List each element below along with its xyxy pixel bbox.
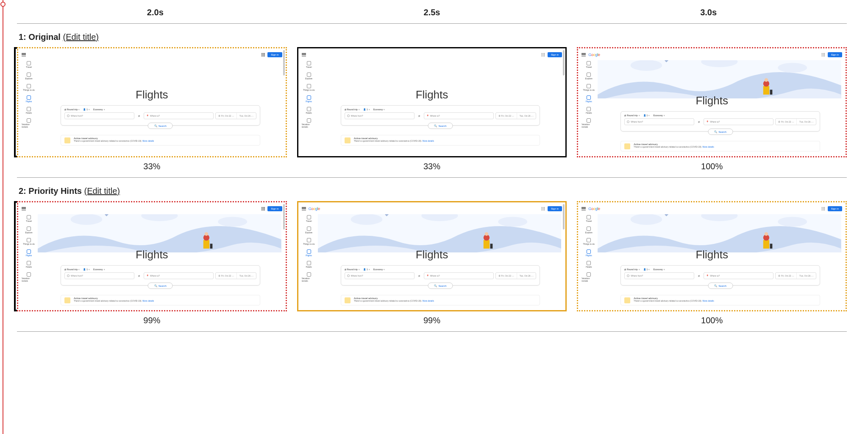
advisory-more-link[interactable]: More details <box>423 300 434 302</box>
sidebar-item[interactable]: Things to do <box>302 238 316 245</box>
passenger-select[interactable]: 👤 1 ▾ <box>363 108 370 111</box>
sidebar-item[interactable]: Travel <box>581 61 596 68</box>
advisory-more-link[interactable]: More details <box>423 140 434 142</box>
trip-type-select[interactable]: ⇄ Round trip ▾ <box>624 114 640 117</box>
date-depart[interactable]: 🗓 Fri, Oct 22 ‹ › <box>496 113 517 119</box>
filmstrip-frame[interactable]: Google Sign in TravelExploreThings to do… <box>577 47 847 157</box>
swap-icon[interactable]: ⇄ <box>136 272 142 279</box>
sidebar-item[interactable]: Explore <box>22 227 36 234</box>
date-depart[interactable]: 🗓 Fri, Oct 22 ‹ › <box>776 119 796 125</box>
sidebar-item[interactable]: Vacation rentals <box>581 272 596 282</box>
swap-icon[interactable]: ⇄ <box>696 118 702 125</box>
apps-icon[interactable] <box>822 53 825 56</box>
signin-button[interactable]: Sign in <box>267 206 282 211</box>
swap-icon[interactable]: ⇄ <box>696 272 702 279</box>
apps-icon[interactable] <box>542 53 545 56</box>
advisory-more-link[interactable]: More details <box>142 140 154 142</box>
filmstrip-frame[interactable]: Google Sign in TravelExploreThings to do… <box>577 201 847 311</box>
from-input[interactable]: Where from? <box>345 272 415 279</box>
swap-icon[interactable]: ⇄ <box>416 112 422 119</box>
cabin-select[interactable]: Economy ▾ <box>653 114 665 117</box>
sidebar-item[interactable]: Vacation rentals <box>22 272 36 282</box>
apps-icon[interactable] <box>262 207 265 210</box>
menu-icon[interactable] <box>22 53 26 56</box>
apps-icon[interactable] <box>262 53 265 56</box>
from-input[interactable]: Where from? <box>64 112 134 119</box>
cabin-select[interactable]: Economy ▾ <box>653 268 665 271</box>
search-button[interactable]: 🔍 Search <box>708 283 733 289</box>
search-button[interactable]: 🔍 Search <box>428 283 453 289</box>
filmstrip-frame[interactable]: Google Sign in TravelExploreThings to do… <box>17 201 287 311</box>
sidebar-item[interactable]: Vacation rentals <box>22 118 36 128</box>
sidebar-item[interactable]: Hotels <box>22 261 36 268</box>
passenger-select[interactable]: 👤 1 ▾ <box>363 268 370 271</box>
passenger-select[interactable]: 👤 1 ▾ <box>643 268 650 271</box>
date-depart[interactable]: 🗓 Fri, Oct 22 ‹ › <box>496 273 517 279</box>
sidebar-item[interactable]: Things to do <box>581 238 596 245</box>
trip-type-select[interactable]: ⇄ Round trip ▾ <box>64 268 80 271</box>
passenger-select[interactable]: 👤 1 ▾ <box>643 114 650 117</box>
date-return[interactable]: Tue, Oct 26 ‹ › <box>796 119 816 125</box>
cabin-select[interactable]: Economy ▾ <box>93 268 105 271</box>
sidebar-item[interactable]: Things to do <box>22 238 36 245</box>
menu-icon[interactable] <box>22 207 26 210</box>
sidebar-item[interactable]: Travel <box>22 215 36 222</box>
sidebar-item[interactable]: Explore <box>302 227 316 234</box>
advisory-more-link[interactable]: More details <box>142 300 154 302</box>
sidebar-item[interactable]: Vacation rentals <box>302 272 316 282</box>
date-depart[interactable]: 🗓 Fri, Oct 22 ‹ › <box>216 113 236 119</box>
signin-button[interactable]: Sign in <box>548 206 562 211</box>
signin-button[interactable]: Sign in <box>828 206 842 211</box>
swap-icon[interactable]: ⇄ <box>416 272 422 279</box>
passenger-select[interactable]: 👤 1 ▾ <box>83 268 90 271</box>
date-depart[interactable]: 🗓 Fri, Oct 22 ‹ › <box>776 273 796 279</box>
sidebar-item[interactable]: Hotels <box>22 107 36 114</box>
search-button[interactable]: 🔍 Search <box>708 129 733 135</box>
to-input[interactable]: 📍Where to? <box>424 112 494 119</box>
from-input[interactable]: Where from? <box>624 118 694 125</box>
edit-title-link[interactable]: (Edit title) <box>63 32 98 42</box>
sidebar-item[interactable]: Travel <box>302 215 316 222</box>
swap-icon[interactable]: ⇄ <box>136 112 142 119</box>
scrollbar[interactable] <box>283 50 285 76</box>
sidebar-item[interactable]: Travel <box>581 215 596 222</box>
trip-type-select[interactable]: ⇄ Round trip ▾ <box>64 108 80 111</box>
sidebar-item[interactable]: Explore <box>581 73 596 80</box>
signin-button[interactable]: Sign in <box>828 52 842 57</box>
scrollbar[interactable] <box>563 50 565 76</box>
scrollbar[interactable] <box>283 204 285 230</box>
date-return[interactable]: Tue, Oct 26 ‹ › <box>236 113 256 119</box>
menu-icon[interactable] <box>302 53 306 56</box>
from-input[interactable]: Where from? <box>624 272 694 279</box>
menu-icon[interactable] <box>581 207 586 210</box>
sidebar-item[interactable]: Hotels <box>581 261 596 268</box>
sidebar-item[interactable]: Hotels <box>302 261 316 268</box>
date-return[interactable]: Tue, Oct 26 ‹ › <box>236 273 256 279</box>
filmstrip-frame[interactable]: Google Sign in TravelExploreThings to do… <box>297 47 567 157</box>
sidebar-item[interactable]: Vacation rentals <box>302 118 316 128</box>
menu-icon[interactable] <box>302 207 306 210</box>
passenger-select[interactable]: 👤 1 ▾ <box>83 108 90 111</box>
sidebar-item[interactable]: Explore <box>22 73 36 80</box>
advisory-more-link[interactable]: More details <box>702 146 714 148</box>
sidebar-item[interactable]: Travel <box>302 61 316 68</box>
date-return[interactable]: Tue, Oct 26 ‹ › <box>517 273 536 279</box>
date-return[interactable]: Tue, Oct 26 ‹ › <box>796 273 816 279</box>
apps-icon[interactable] <box>542 207 545 210</box>
to-input[interactable]: 📍Where to? <box>424 272 494 279</box>
search-button[interactable]: 🔍 Search <box>148 283 173 289</box>
to-input[interactable]: 📍Where to? <box>144 272 214 279</box>
date-depart[interactable]: 🗓 Fri, Oct 22 ‹ › <box>216 273 236 279</box>
sidebar-item[interactable]: Hotels <box>581 107 596 114</box>
trip-type-select[interactable]: ⇄ Round trip ▾ <box>345 268 360 271</box>
sidebar-item[interactable]: Explore <box>302 73 316 80</box>
to-input[interactable]: 📍Where to? <box>144 112 214 119</box>
menu-icon[interactable] <box>581 53 586 56</box>
signin-button[interactable]: Sign in <box>548 52 562 57</box>
sidebar-item[interactable]: Explore <box>581 227 596 234</box>
trip-type-select[interactable]: ⇄ Round trip ▾ <box>624 268 640 271</box>
to-input[interactable]: 📍Where to? <box>704 118 773 125</box>
sidebar-item[interactable]: Travel <box>22 61 36 68</box>
search-button[interactable]: 🔍 Search <box>428 123 453 129</box>
filmstrip-frame[interactable]: Google Sign in TravelExploreThings to do… <box>17 47 287 157</box>
